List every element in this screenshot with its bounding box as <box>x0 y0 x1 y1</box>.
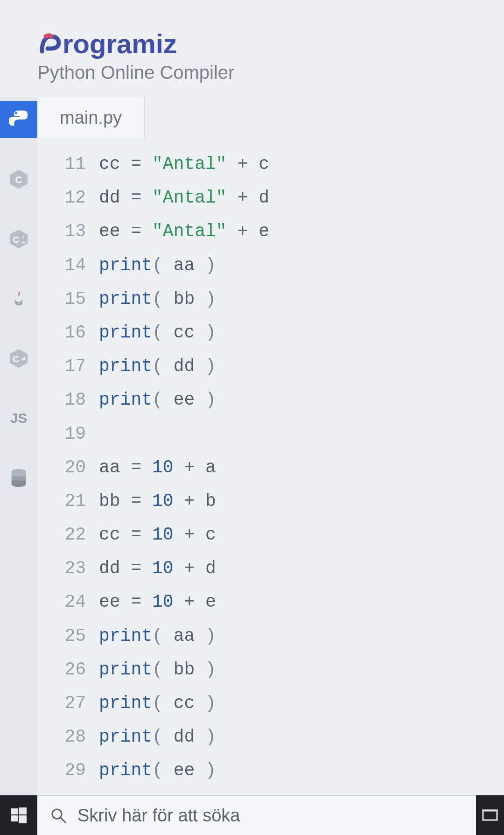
app-header: rogramiz Python Online Compiler <box>0 0 504 97</box>
code-line[interactable]: 11cc = "Antal" + c <box>56 147 495 181</box>
line-number: 11 <box>56 147 86 181</box>
code-line[interactable]: 15print( bb ) <box>56 282 495 316</box>
sidebar-item-c[interactable]: C <box>0 161 37 198</box>
code-line[interactable]: 23dd = 10 + d <box>56 552 495 585</box>
svg-point-0 <box>15 112 17 114</box>
code-line[interactable]: 14print( aa ) <box>56 249 495 282</box>
svg-rect-17 <box>483 811 497 820</box>
task-view-icon <box>482 809 498 822</box>
windows-icon <box>11 807 27 823</box>
sidebar-item-python[interactable] <box>0 101 37 138</box>
line-number: 16 <box>56 316 86 350</box>
line-code: print( aa ) <box>99 249 216 282</box>
line-code: print( cc ) <box>99 316 216 350</box>
java-icon <box>8 288 29 309</box>
sidebar-item-cpp[interactable]: C + + <box>0 220 37 258</box>
code-line[interactable]: 22cc = 10 + c <box>56 518 495 552</box>
code-line[interactable]: 29print( ee ) <box>56 754 495 787</box>
sidebar-item-js[interactable]: JS <box>0 400 37 437</box>
sidebar-item-csharp[interactable]: C # <box>0 340 37 377</box>
line-number: 26 <box>56 653 86 687</box>
svg-text:C: C <box>13 354 19 364</box>
line-code: ee = "Antal" + e <box>99 215 269 248</box>
cpp-icon: C + + <box>8 228 29 250</box>
code-area[interactable]: 11cc = "Antal" + c12dd = "Antal" + d13ee… <box>37 138 504 795</box>
line-code: cc = 10 + c <box>99 518 216 552</box>
code-line[interactable]: 20aa = 10 + a <box>56 451 495 484</box>
code-line[interactable]: 21bb = 10 + b <box>56 484 495 518</box>
line-code: print( aa ) <box>99 619 216 653</box>
code-line[interactable]: 18print( ee ) <box>56 383 495 417</box>
line-number: 15 <box>56 282 86 316</box>
line-code: print( ee ) <box>99 383 216 417</box>
line-number: 22 <box>56 518 86 552</box>
line-number: 19 <box>56 417 86 451</box>
code-line[interactable]: 13ee = "Antal" + e <box>56 215 495 248</box>
line-number: 18 <box>56 383 86 417</box>
line-code: print( cc ) <box>99 687 216 720</box>
sidebar-item-java[interactable] <box>0 280 37 317</box>
page-subtitle: Python Online Compiler <box>37 62 476 83</box>
line-number: 29 <box>56 754 86 787</box>
line-code: print( ee ) <box>99 754 216 787</box>
line-number: 21 <box>56 484 86 518</box>
brand-mark-icon <box>37 32 61 56</box>
database-icon <box>8 467 29 489</box>
tab-label: main.py <box>60 108 122 128</box>
code-line[interactable]: 26print( bb ) <box>56 653 495 687</box>
taskbar-search-placeholder: Skriv här för att söka <box>77 806 240 826</box>
line-code: print( dd ) <box>99 350 216 383</box>
line-number: 25 <box>56 619 86 653</box>
code-line[interactable]: 28print( dd ) <box>56 720 495 754</box>
js-text-icon: JS <box>10 410 28 426</box>
line-number: 17 <box>56 350 86 383</box>
os-taskbar: Skriv här för att söka <box>0 795 504 835</box>
svg-text:#: # <box>21 355 26 363</box>
c-lang-icon: C <box>8 168 29 190</box>
task-view-button[interactable] <box>476 795 504 835</box>
line-code: cc = "Antal" + c <box>99 147 269 181</box>
line-number: 27 <box>56 687 86 720</box>
line-code: dd = "Antal" + d <box>99 181 269 215</box>
line-code: dd = 10 + d <box>99 552 216 585</box>
line-code: ee = 10 + e <box>99 585 216 619</box>
python-icon <box>8 109 29 130</box>
taskbar-search[interactable]: Skriv här för att söka <box>37 806 476 826</box>
sidebar-item-sql[interactable] <box>0 459 37 497</box>
line-number: 28 <box>56 720 86 754</box>
line-number: 14 <box>56 249 86 282</box>
start-button[interactable] <box>0 795 37 835</box>
code-editor-panel: main.py 11cc = "Antal" + c12dd = "Antal"… <box>37 97 504 795</box>
code-line[interactable]: 12dd = "Antal" + d <box>56 181 495 215</box>
line-code: aa = 10 + a <box>99 451 216 484</box>
svg-rect-11 <box>11 808 18 814</box>
editor-tabstrip: main.py <box>37 97 504 138</box>
code-line[interactable]: 19 <box>56 417 495 451</box>
code-line[interactable]: 25print( aa ) <box>56 619 495 653</box>
code-line[interactable]: 27print( cc ) <box>56 687 495 720</box>
line-code: print( bb ) <box>99 282 216 316</box>
search-icon <box>50 807 66 823</box>
brand-text: rogramiz <box>63 28 177 59</box>
svg-text:C: C <box>13 235 19 245</box>
language-sidebar: C C + + <box>0 97 37 795</box>
tab-main-py[interactable]: main.py <box>37 97 145 138</box>
svg-line-16 <box>61 818 65 822</box>
csharp-icon: C # <box>8 348 29 369</box>
code-line[interactable]: 24ee = 10 + e <box>56 585 495 619</box>
brand-logo: rogramiz <box>37 28 476 59</box>
svg-rect-14 <box>19 815 27 823</box>
line-code: print( bb ) <box>99 653 216 687</box>
line-code: bb = 10 + b <box>99 484 216 518</box>
line-number: 13 <box>56 215 86 248</box>
line-code: print( dd ) <box>99 720 216 754</box>
line-number: 24 <box>56 585 86 619</box>
svg-rect-13 <box>11 815 18 821</box>
svg-text:C: C <box>15 174 22 185</box>
code-line[interactable]: 16print( cc ) <box>56 316 495 350</box>
code-line[interactable]: 17print( dd ) <box>56 350 495 383</box>
main-row: C C + + <box>0 97 504 795</box>
svg-rect-12 <box>19 807 27 814</box>
line-number: 20 <box>56 451 86 484</box>
line-number: 12 <box>56 181 86 215</box>
